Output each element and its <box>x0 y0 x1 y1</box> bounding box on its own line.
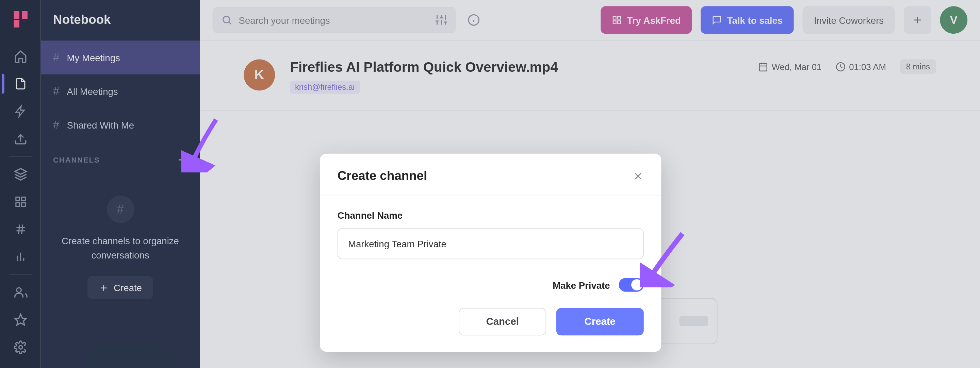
create-channel-modal: Create channel Channel Name Make Private… <box>320 154 661 352</box>
modal-body: Channel Name <box>320 196 661 262</box>
button-label: Cancel <box>486 316 519 327</box>
modal-header: Create channel <box>320 154 661 196</box>
create-button[interactable]: Create <box>556 308 644 335</box>
annotation-arrow-icon <box>181 116 225 173</box>
modal-footer: Cancel Create <box>320 295 661 352</box>
annotation-arrow-icon <box>640 231 690 287</box>
make-private-row: Make Private <box>320 262 661 295</box>
cancel-button[interactable]: Cancel <box>459 308 546 335</box>
channel-name-label: Channel Name <box>337 210 644 220</box>
close-icon[interactable] <box>633 170 644 182</box>
button-label: Create <box>584 316 615 327</box>
channel-name-input[interactable] <box>337 228 644 259</box>
modal-title: Create channel <box>337 169 427 183</box>
make-private-label: Make Private <box>553 279 610 290</box>
